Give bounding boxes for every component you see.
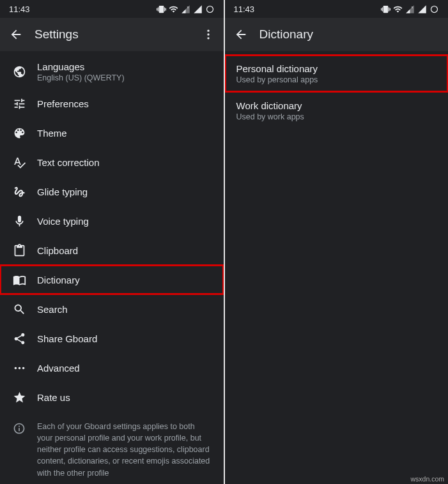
statusbar: 11:43 x	[0, 0, 224, 18]
statusbar: 11:43 x	[225, 0, 449, 18]
signal-icon	[417, 4, 427, 14]
mic-icon	[13, 215, 26, 228]
row-advanced[interactable]: Advanced	[0, 353, 224, 382]
row-glide-typing[interactable]: Glide typing	[0, 177, 224, 206]
back-button[interactable]	[234, 27, 254, 42]
svg-text:x: x	[187, 5, 189, 9]
row-text-correction[interactable]: Text correction	[0, 147, 224, 177]
circle-icon	[429, 4, 439, 14]
row-label: Personal dictionary	[236, 63, 437, 74]
row-dictionary[interactable]: Dictionary	[0, 265, 224, 294]
row-theme[interactable]: Theme	[0, 118, 224, 147]
svg-point-2	[207, 30, 209, 32]
vibrate-icon	[157, 4, 166, 14]
info-footer: Each of your Gboard settings applies to …	[0, 412, 224, 484]
dictionary-list: Personal dictionary Used by personal app…	[225, 51, 449, 129]
row-label: Share Gboard	[37, 333, 212, 344]
row-label: Search	[37, 304, 212, 315]
row-label: Theme	[37, 128, 212, 139]
row-search[interactable]: Search	[0, 294, 224, 324]
arrow-back-icon	[9, 27, 23, 42]
status-time: 11:43	[234, 4, 255, 14]
row-label: Glide typing	[37, 186, 212, 197]
status-icons: x	[157, 4, 215, 14]
row-share-gboard[interactable]: Share Gboard	[0, 324, 224, 353]
page-title: Settings	[35, 27, 198, 42]
row-clipboard[interactable]: Clipboard	[0, 236, 224, 265]
page-title: Dictionary	[259, 27, 444, 42]
arrow-back-icon	[234, 27, 248, 42]
row-label: Rate us	[37, 392, 212, 403]
watermark: wsxdn.com	[410, 475, 444, 483]
row-label: Clipboard	[37, 245, 212, 256]
svg-point-1	[206, 6, 213, 12]
row-label: Preferences	[37, 98, 212, 109]
gesture-icon	[13, 185, 26, 199]
row-voice-typing[interactable]: Voice typing	[0, 206, 224, 236]
wifi-icon	[169, 4, 178, 14]
row-sub: Used by personal apps	[236, 75, 437, 84]
row-work-dictionary[interactable]: Work dictionary Used by work apps	[225, 92, 449, 129]
svg-point-9	[431, 6, 438, 12]
settings-list: Languages English (US) (QWERTY) Preferen…	[0, 51, 224, 484]
star-icon	[13, 391, 26, 404]
row-label: Voice typing	[37, 216, 212, 227]
svg-point-7	[22, 367, 25, 369]
globe-icon	[13, 65, 26, 79]
status-time: 11:43	[9, 4, 30, 14]
row-label: Text correction	[37, 157, 212, 168]
palette-icon	[13, 126, 26, 140]
overflow-button[interactable]	[198, 28, 219, 41]
spellcheck-icon	[13, 156, 26, 169]
row-label: Languages	[37, 61, 212, 72]
share-icon	[13, 332, 26, 345]
back-button[interactable]	[9, 27, 29, 42]
row-preferences[interactable]: Preferences	[0, 89, 224, 118]
svg-point-6	[19, 367, 21, 369]
appbar: Dictionary	[225, 18, 449, 51]
row-label: Work dictionary	[236, 100, 437, 111]
circle-icon	[205, 4, 215, 14]
more-vert-icon	[202, 28, 215, 41]
more-horiz-icon	[13, 361, 26, 375]
vibrate-icon	[381, 4, 390, 14]
row-rate-us[interactable]: Rate us	[0, 382, 224, 412]
row-personal-dictionary[interactable]: Personal dictionary Used by personal app…	[225, 55, 449, 92]
screen-dictionary: 11:43 x Dictionary Personal dictionary U…	[224, 0, 449, 484]
svg-point-4	[207, 37, 209, 39]
appbar: Settings	[0, 18, 224, 51]
footer-note: Each of your Gboard settings applies to …	[37, 421, 212, 479]
row-sub: Used by work apps	[236, 112, 437, 121]
svg-text:x: x	[411, 5, 413, 9]
svg-point-3	[207, 33, 209, 35]
search-icon	[13, 303, 26, 316]
wifi-icon	[393, 4, 403, 14]
row-label: Dictionary	[37, 275, 212, 285]
book-icon	[13, 273, 26, 287]
info-icon	[13, 422, 26, 435]
row-languages[interactable]: Languages English (US) (QWERTY)	[0, 55, 224, 89]
signal-icon	[193, 4, 203, 14]
signal-x-icon: x	[405, 4, 415, 14]
signal-x-icon: x	[181, 4, 190, 14]
svg-point-5	[15, 367, 17, 369]
status-icons: x	[381, 4, 439, 14]
tune-icon	[13, 97, 26, 110]
clipboard-icon	[13, 244, 26, 257]
screen-settings: 11:43 x Settings Languages English (US) …	[0, 0, 224, 484]
row-sub: English (US) (QWERTY)	[37, 73, 212, 82]
row-label: Advanced	[37, 363, 212, 374]
